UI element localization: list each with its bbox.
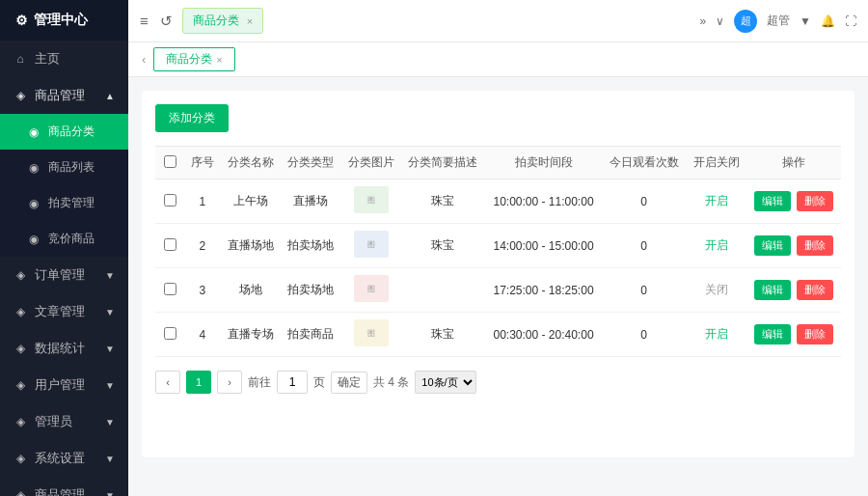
topbar-left-icons: ≡ ↺: [140, 13, 173, 30]
goto-page-input[interactable]: [277, 371, 308, 394]
settings-icon: ◈: [14, 452, 27, 465]
row-actions: 编辑 删除: [746, 268, 841, 313]
expand-icon[interactable]: »: [699, 14, 706, 28]
row-checkbox-cell: [155, 224, 184, 268]
sidebar-item-label: 商品管理: [35, 87, 85, 104]
breadcrumb-tab[interactable]: 商品分类 ×: [153, 47, 234, 71]
edit-button[interactable]: 编辑: [754, 191, 791, 211]
edit-button[interactable]: 编辑: [754, 324, 791, 344]
delete-button[interactable]: 删除: [797, 191, 833, 211]
goto-label: 前往: [248, 374, 271, 391]
th-views: 今日观看次数: [602, 147, 686, 179]
sidebar-item-home[interactable]: ⌂ 主页: [0, 41, 128, 77]
topbar-right: » ∨ 超 超管 ▼ 🔔 ⛶: [699, 10, 856, 33]
sidebar-item-label: 商品分类: [48, 124, 95, 140]
refresh-icon[interactable]: ↺: [160, 13, 173, 30]
sidebar-item-auction-mgmt[interactable]: ◉ 拍卖管理: [0, 185, 128, 221]
bell-icon[interactable]: 🔔: [821, 14, 835, 28]
tab-label: 商品分类: [193, 13, 239, 29]
row-checkbox[interactable]: [164, 238, 176, 251]
sidebar-item-label: 数据统计: [35, 340, 85, 357]
sidebar-item-goods-mgmt[interactable]: ◈ 商品管理 ▼: [0, 477, 128, 496]
row-desc: 珠宝: [401, 313, 485, 357]
tab-product-category[interactable]: 商品分类 ×: [182, 8, 263, 34]
sidebar-item-label: 商品列表: [48, 159, 95, 176]
close-icon[interactable]: ×: [247, 15, 253, 27]
sidebar-item-product-category[interactable]: ◉ 商品分类: [0, 114, 128, 150]
sidebar-item-product-list[interactable]: ◉ 商品列表: [0, 150, 128, 185]
row-id: 4: [184, 313, 220, 357]
delete-button[interactable]: 删除: [797, 324, 833, 344]
user-dropdown-icon[interactable]: ▼: [800, 14, 811, 28]
row-name: 直播场地: [220, 224, 280, 268]
total-info: 共 4 条: [373, 374, 409, 391]
row-checkbox[interactable]: [164, 327, 176, 340]
nav-left-icon[interactable]: ‹: [138, 50, 149, 69]
table-row: 1 上午场 直播场 图 珠宝 10:00:00 - 11:00:00 0 开启 …: [155, 179, 841, 224]
next-page-button[interactable]: ›: [217, 371, 242, 394]
sidebar-item-label: 用户管理: [35, 376, 85, 394]
product-mgmt-icon: ◈: [14, 89, 27, 102]
category-thumb: 图: [354, 186, 389, 213]
fullscreen-icon[interactable]: ⛶: [845, 14, 856, 28]
row-name: 直播专场: [220, 313, 280, 357]
sidebar-item-user-mgmt[interactable]: ◈ 用户管理 ▼: [0, 367, 128, 403]
sidebar-item-admin[interactable]: ◈ 管理员 ▼: [0, 403, 128, 440]
sidebar-item-label: 管理员: [35, 413, 72, 430]
delete-button[interactable]: 删除: [797, 235, 833, 256]
avatar: 超: [734, 10, 757, 33]
auction-icon: ◉: [27, 197, 41, 210]
tab-close-icon[interactable]: ×: [216, 54, 222, 66]
sidebar-item-label: 文章管理: [35, 303, 85, 320]
row-actions: 编辑 删除: [746, 313, 841, 357]
row-actions: 编辑 删除: [746, 224, 841, 268]
delete-button[interactable]: 删除: [797, 280, 833, 300]
main-area: ≡ ↺ 商品分类 × » ∨ 超 超管 ▼ 🔔 ⛶ ‹ 商品分类 × 添加分类: [128, 0, 868, 496]
stats-icon: ◈: [14, 342, 27, 355]
row-desc: [401, 268, 485, 313]
sidebar-item-bid-product[interactable]: ◉ 竞价商品: [0, 221, 128, 257]
sidebar-item-data-stats[interactable]: ◈ 数据统计 ▼: [0, 330, 128, 367]
dropdown-icon[interactable]: ∨: [716, 14, 724, 28]
row-type: 拍卖场地: [281, 224, 340, 268]
chevron-down-icon: ▼: [105, 490, 115, 497]
th-time: 拍卖时间段: [485, 147, 602, 179]
sidebar-item-order-mgmt[interactable]: ◈ 订单管理 ▼: [0, 257, 128, 293]
row-status: 关闭: [686, 268, 746, 313]
row-views: 0: [602, 313, 686, 357]
edit-button[interactable]: 编辑: [754, 235, 791, 256]
sidebar-item-system-settings[interactable]: ◈ 系统设置 ▼: [0, 440, 128, 477]
user-name: 超管: [767, 13, 790, 29]
pagination: ‹ 1 › 前往 页 确定 共 4 条 10条/页 20条/页 50条/页: [155, 371, 841, 394]
row-desc: 珠宝: [401, 179, 485, 224]
row-checkbox[interactable]: [164, 283, 176, 295]
goods-icon: ◈: [14, 488, 27, 496]
content-icon: ◈: [14, 305, 27, 318]
sidebar: ⚙ 管理中心 ⌂ 主页 ◈ 商品管理 ▲ ◉ 商品分类 ◉ 商品列表 ◉ 拍卖管…: [0, 0, 128, 496]
admin-center-icon: ⚙: [15, 13, 28, 28]
sidebar-item-product-mgmt[interactable]: ◈ 商品管理 ▲: [0, 77, 128, 114]
row-id: 3: [184, 268, 220, 313]
page-1-button[interactable]: 1: [186, 371, 211, 394]
row-image: 图: [340, 313, 400, 357]
sidebar-item-label: 商品管理: [35, 486, 85, 496]
chevron-down-icon: ▼: [105, 454, 115, 464]
row-image: 图: [340, 179, 400, 224]
per-page-select[interactable]: 10条/页 20条/页 50条/页: [415, 371, 476, 394]
prev-page-button[interactable]: ‹: [155, 371, 180, 394]
edit-button[interactable]: 编辑: [754, 280, 791, 300]
row-image: 图: [340, 224, 400, 268]
sidebar-header: ⚙ 管理中心: [0, 0, 128, 41]
row-type: 拍卖场地: [281, 268, 340, 313]
th-id: 序号: [184, 147, 220, 179]
row-checkbox-cell: [155, 268, 184, 313]
row-checkbox[interactable]: [164, 194, 176, 207]
sidebar-item-content-mgmt[interactable]: ◈ 文章管理 ▼: [0, 293, 128, 330]
add-category-button[interactable]: 添加分类: [155, 104, 229, 132]
confirm-goto-button[interactable]: 确定: [331, 372, 367, 394]
menu-icon[interactable]: ≡: [140, 13, 149, 29]
row-time: 10:00:00 - 11:00:00: [485, 179, 602, 224]
sidebar-title: 管理中心: [34, 12, 88, 29]
select-all-checkbox[interactable]: [164, 155, 176, 168]
row-views: 0: [602, 268, 686, 313]
